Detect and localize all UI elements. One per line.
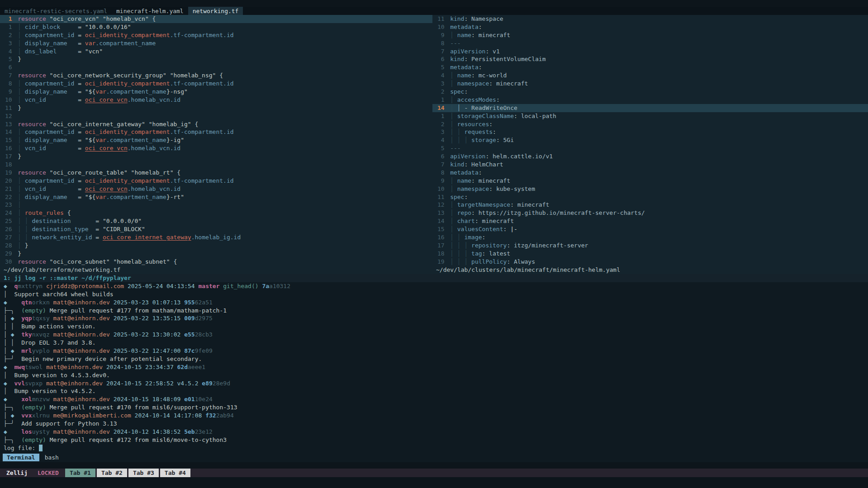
line-number: 15 xyxy=(432,225,445,233)
line-number: 11 xyxy=(0,104,12,112)
code-line[interactable]: 7kind: HelmChart xyxy=(432,161,868,169)
code-line[interactable]: 6apiVersion: helm.cattle.io/v1 xyxy=(432,152,868,161)
code-line[interactable]: 10metadata: xyxy=(432,23,868,31)
code-line[interactable]: 4│ name: mc-world xyxy=(432,71,868,80)
code-line[interactable]: 21│ vcn_id = oci_core_vcn.homelab_vcn.id xyxy=(0,185,432,193)
line-number: 17 xyxy=(432,242,445,250)
buffer-tab-networking-tf[interactable]: networking.tf xyxy=(188,7,243,15)
code-line[interactable]: 30resource "oci_core_subnet" "homelab_su… xyxy=(0,258,432,266)
code-line[interactable]: 23│ xyxy=(0,201,432,209)
buffer-tab-minecraft-helm[interactable]: minecraft-helm.yaml xyxy=(112,7,188,15)
code-line[interactable]: 15│ display_name = "${var.compartment_na… xyxy=(0,136,432,144)
line-number: 9 xyxy=(432,177,445,185)
code-line[interactable]: 8│ compartment_id = oci_identity_compart… xyxy=(0,80,432,88)
code-line[interactable]: 10│ namespace: kube-system xyxy=(432,185,868,193)
code-line[interactable]: 4│ dns_label = "vcn" xyxy=(0,47,432,56)
code-line[interactable]: 11} xyxy=(0,104,432,112)
code-line[interactable]: 12│ targetNamespace: minecraft xyxy=(432,201,868,209)
code-line[interactable]: 3│ │ requests: xyxy=(432,128,868,136)
code-line[interactable]: 16│ │ image: xyxy=(432,233,868,242)
code-line[interactable]: 3│ display_name = var.compartment_name xyxy=(0,39,432,47)
code-line[interactable]: 8--- xyxy=(432,39,868,47)
code-line[interactable]: 25│ │ destination = "0.0.0.0/0" xyxy=(0,217,432,225)
code-line[interactable]: 5metadata: xyxy=(432,63,868,71)
line-number: 9 xyxy=(432,31,445,39)
code-line[interactable]: 28│ } xyxy=(0,242,432,250)
line-number: 30 xyxy=(0,258,12,266)
code-line[interactable]: 13│ repo: https://itzg.github.io/minecra… xyxy=(432,209,868,217)
code-line[interactable]: 18│ │ │ tag: latest xyxy=(432,250,868,258)
code-line[interactable]: 19resource "oci_core_route_table" "homel… xyxy=(0,169,432,177)
code-line[interactable]: 24│ route_rules { xyxy=(0,209,432,217)
code-line[interactable]: 1│ cidr_block = "10.0.0.0/16" xyxy=(0,23,432,31)
code-line[interactable]: 27│ │ network_entity_id = oci_core_inter… xyxy=(0,233,432,242)
code-line[interactable]: 2│ resources: xyxy=(432,120,868,128)
code-line[interactable]: 14│ chart: minecraft xyxy=(432,217,868,225)
line-number: 2 xyxy=(432,88,445,96)
code-line[interactable]: 3│ namespace: minecraft xyxy=(432,80,868,88)
editor-pane-minecraft-helm[interactable]: 11kind: Namespace10metadata:9│ name: min… xyxy=(432,15,868,274)
code-line[interactable]: 17} xyxy=(0,152,432,161)
code-line[interactable]: 20│ compartment_id = oci_identity_compar… xyxy=(0,177,432,185)
terminal-prompt[interactable]: log file: xyxy=(0,444,868,452)
code-line[interactable]: 1resource "oci_core_vcn" "homelab_vcn" { xyxy=(0,15,432,23)
code-line[interactable]: 13resource "oci_core_internet_gateway" "… xyxy=(0,120,432,128)
code-line[interactable]: 9│ name: minecraft xyxy=(432,31,868,39)
line-number: 7 xyxy=(432,161,445,169)
jj-log-line: │ ◆ vvxxlrnu me@mirkogalimberti.com 2024… xyxy=(0,412,868,420)
code-line[interactable]: 29} xyxy=(0,250,432,258)
code-line[interactable]: 1│ storageClassName: local-path xyxy=(432,112,868,120)
pane-bar: Terminal bash xyxy=(0,452,868,462)
code-line[interactable]: 18 xyxy=(0,161,432,169)
code-line[interactable]: 11spec: xyxy=(432,193,868,201)
line-number: 21 xyxy=(0,185,12,193)
line-number: 8 xyxy=(432,169,445,177)
terminal-pane[interactable]: 1: jj log -r ::master ~/d/ffpyplayer ◆ q… xyxy=(0,274,868,452)
code-line[interactable]: 10│ vcn_id = oci_core_vcn.homelab_vcn.id xyxy=(0,96,432,104)
code-line[interactable]: 14│ compartment_id = oci_identity_compar… xyxy=(0,128,432,136)
line-number: 25 xyxy=(0,217,12,225)
zellij-tab-4[interactable]: Tab #4 xyxy=(160,469,190,477)
line-number: 6 xyxy=(432,152,445,161)
code-line[interactable]: 5} xyxy=(0,55,432,63)
code-line[interactable]: 11kind: Namespace xyxy=(432,15,868,23)
zellij-tab-3[interactable]: Tab #3 xyxy=(128,469,159,477)
line-number: 4 xyxy=(432,136,445,144)
code-line[interactable]: 26│ │ destination_type = "CIDR_BLOCK" xyxy=(0,225,432,233)
code-line[interactable]: 19│ │ │ pullPolicy: Always xyxy=(432,258,868,266)
code-line[interactable]: 6 xyxy=(0,63,432,71)
line-number: 7 xyxy=(0,71,12,80)
zellij-tab-2[interactable]: Tab #2 xyxy=(97,469,127,477)
code-line[interactable]: 7apiVersion: v1 xyxy=(432,47,868,56)
code-line[interactable]: 2spec: xyxy=(432,88,868,96)
code-line[interactable]: 1│ accessModes: xyxy=(432,96,868,104)
code-line[interactable]: 22│ display_name = "${var.compartment_na… xyxy=(0,193,432,201)
code-line[interactable]: 5--- xyxy=(432,144,868,152)
code-line[interactable]: 9│ name: minecraft xyxy=(432,177,868,185)
line-number: 13 xyxy=(0,120,12,128)
code-line[interactable]: 12 xyxy=(0,112,432,120)
line-number: 12 xyxy=(432,201,445,209)
code-line[interactable]: 16│ vcn_id = oci_core_vcn.homelab_vcn.id xyxy=(0,144,432,152)
code-line[interactable]: 9│ display_name = "${var.compartment_nam… xyxy=(0,88,432,96)
buffer-tab-minecraft-restic-secrets[interactable]: minecraft-restic-secrets.yaml xyxy=(0,7,112,15)
code-line[interactable]: 14│ │ - ReadWriteOnce xyxy=(432,104,868,112)
editor-pane-networking-tf[interactable]: 1resource "oci_core_vcn" "homelab_vcn" {… xyxy=(0,15,432,274)
line-number: 8 xyxy=(0,80,12,88)
line-number: 10 xyxy=(432,23,445,31)
line-number: 11 xyxy=(432,193,445,201)
code-line[interactable]: 6kind: PersistentVolumeClaim xyxy=(432,55,868,63)
code-line[interactable]: 7resource "oci_core_network_security_gro… xyxy=(0,71,432,80)
code-line[interactable]: 15│ valuesContent: |- xyxy=(432,225,868,233)
pane-name-chip[interactable]: Terminal xyxy=(3,454,39,461)
code-line[interactable]: 2│ compartment_id = oci_identity_compart… xyxy=(0,31,432,39)
code-line[interactable]: 17│ │ │ repository: itzg/minecraft-serve… xyxy=(432,242,868,250)
code-lines-right: 11kind: Namespace10metadata:9│ name: min… xyxy=(432,15,868,266)
code-line[interactable]: 8metadata: xyxy=(432,169,868,177)
statusline-left-path: ~/dev/lab/terraform/networking.tf xyxy=(0,266,432,274)
jj-log-line: │ Bump version to v4.5.2. xyxy=(0,387,868,395)
top-spacer xyxy=(0,0,868,7)
zellij-tab-1[interactable]: Tab #1 xyxy=(65,469,95,477)
code-line[interactable]: 4│ │ │ storage: 5Gi xyxy=(432,136,868,144)
jj-log-line: ├─╯ Begin new primary device after poten… xyxy=(0,355,868,363)
